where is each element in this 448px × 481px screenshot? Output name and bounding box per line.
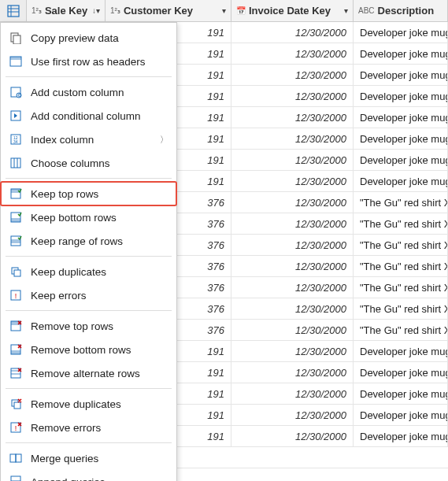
table-context-menu: Copy preview data Use first row as heade…: [0, 22, 177, 481]
remove-top-rows-icon: [9, 319, 23, 333]
cell-invoice-date-key: 12/30/2000: [231, 192, 354, 213]
column-header-customer-key[interactable]: 1²₃ Customer Key ▾: [106, 0, 231, 21]
cell-description: Developer joke mug: [354, 171, 448, 192]
text-type-icon: ABC: [358, 6, 375, 15]
menu-use-first-row-as-headers[interactable]: Use first row as headers: [1, 50, 176, 73]
cell-invoice-date-key: 12/30/2000: [231, 298, 354, 320]
append-queries-icon: [9, 475, 23, 481]
submenu-arrow-icon: 〉: [160, 134, 168, 146]
menu-label: Remove errors: [31, 422, 168, 434]
cell-invoice-date-key: 12/30/2000: [231, 171, 354, 192]
cell-invoice-date-key: 12/30/2000: [231, 65, 354, 86]
cell-description: Developer joke mug: [354, 43, 448, 65]
remove-duplicates-icon: [9, 397, 23, 411]
remove-bottom-rows-icon: [9, 342, 23, 357]
keep-range-rows-icon: [9, 234, 23, 248]
cell-description: Developer joke mug: [354, 107, 448, 128]
column-header-invoice-date-key[interactable]: 📅 Invoice Date Key ▾: [231, 0, 354, 21]
cell-description: Developer joke mug: [354, 86, 448, 107]
cell-invoice-date-key: 12/30/2000: [231, 43, 354, 65]
svg-rect-40: [16, 454, 21, 462]
svg-rect-36: [14, 402, 20, 409]
menu-keep-bottom-rows[interactable]: Keep bottom rows: [1, 205, 176, 229]
svg-text:!: !: [15, 424, 17, 432]
svg-text:⚙: ⚙: [17, 93, 21, 98]
remove-alternate-rows-icon: [9, 366, 23, 380]
menu-add-conditional-column[interactable]: Add conditional column: [1, 104, 176, 128]
menu-label: Add conditional column: [31, 110, 168, 122]
keep-duplicates-icon: [9, 265, 23, 279]
menu-separator: [6, 76, 172, 77]
column-header-sale-key[interactable]: 1²₃ Sale Key ↓▾: [27, 0, 106, 21]
cell-invoice-date-key: 12/30/2000: [231, 107, 354, 128]
menu-remove-bottom-rows[interactable]: Remove bottom rows: [1, 338, 176, 361]
cell-description: Developer joke mug: [354, 341, 448, 362]
svg-rect-34: [11, 373, 20, 375]
cell-invoice-date-key: 12/30/2000: [231, 256, 354, 277]
svg-rect-23: [11, 239, 20, 243]
cell-invoice-date-key: 12/30/2000: [231, 150, 354, 171]
cell-description: "The Gu" red shirt X: [354, 192, 448, 213]
menu-label: Append queries: [31, 476, 168, 482]
dropdown-icon[interactable]: ▾: [344, 6, 348, 15]
menu-label: Keep top rows: [31, 188, 168, 200]
column-label: Description: [378, 5, 435, 17]
menu-label: Index column: [31, 134, 152, 146]
sort-descending-icon[interactable]: ↓▾: [92, 6, 100, 15]
svg-text:34: 34: [13, 139, 18, 144]
cell-invoice-date-key: 12/30/2000: [231, 362, 354, 383]
menu-label: Copy preview data: [31, 32, 168, 44]
column-header-description[interactable]: ABC Description: [354, 0, 448, 21]
menu-label: Remove top rows: [31, 320, 168, 332]
menu-separator: [6, 310, 172, 311]
menu-choose-columns[interactable]: Choose columns: [1, 151, 176, 175]
table-corner-button[interactable]: [0, 0, 27, 21]
cell-invoice-date-key: 12/30/2000: [231, 426, 354, 447]
menu-index-column[interactable]: 1234 Index column 〉: [1, 128, 176, 151]
keep-bottom-rows-icon: [9, 210, 23, 224]
custom-column-icon: ⚙: [9, 85, 23, 99]
menu-separator: [6, 178, 172, 179]
keep-errors-icon: !: [9, 288, 23, 302]
svg-rect-21: [11, 218, 20, 222]
menu-add-custom-column[interactable]: ⚙ Add custom column: [1, 80, 176, 104]
headers-icon: [9, 54, 23, 68]
svg-rect-25: [14, 270, 20, 276]
date-type-icon: 📅: [236, 6, 246, 15]
menu-merge-queries[interactable]: Merge queries: [1, 446, 176, 470]
cell-description: Developer joke mug: [354, 383, 448, 405]
choose-columns-icon: [9, 156, 23, 170]
svg-rect-7: [10, 57, 21, 60]
cell-description: "The Gu" red shirt X: [354, 213, 448, 235]
svg-rect-5: [13, 35, 20, 44]
cell-description: Developer joke mug: [354, 150, 448, 171]
menu-separator: [6, 442, 172, 443]
menu-keep-top-rows[interactable]: Keep top rows: [1, 182, 176, 205]
cell-description: "The Gu" red shirt X: [354, 320, 448, 341]
menu-remove-top-rows[interactable]: Remove top rows: [1, 314, 176, 338]
number-type-icon: 1²₃: [31, 6, 42, 15]
menu-keep-duplicates[interactable]: Keep duplicates: [1, 260, 176, 283]
menu-label: Keep errors: [31, 290, 168, 302]
svg-rect-0: [8, 6, 19, 17]
menu-remove-duplicates[interactable]: Remove duplicates: [1, 392, 176, 416]
merge-queries-icon: [9, 451, 23, 465]
cell-description: Developer joke mug: [354, 362, 448, 383]
cell-invoice-date-key: 12/30/2000: [231, 213, 354, 235]
column-label: Customer Key: [124, 5, 193, 17]
dropdown-icon[interactable]: ▾: [222, 6, 226, 15]
menu-label: Keep duplicates: [31, 266, 168, 278]
cell-invoice-date-key: 12/30/2000: [231, 235, 354, 256]
menu-label: Keep range of rows: [31, 235, 168, 247]
menu-append-queries[interactable]: Append queries: [1, 470, 176, 481]
svg-rect-41: [11, 476, 20, 481]
menu-remove-errors[interactable]: ! Remove errors: [1, 416, 176, 439]
conditional-column-icon: [9, 109, 23, 123]
menu-keep-range-of-rows[interactable]: Keep range of rows: [1, 229, 176, 253]
cell-description: Developer joke mug: [354, 22, 448, 43]
menu-remove-alternate-rows[interactable]: Remove alternate rows: [1, 361, 176, 385]
column-label: Sale Key: [45, 5, 87, 17]
keep-top-rows-icon: [9, 187, 23, 201]
menu-copy-preview-data[interactable]: Copy preview data: [1, 26, 176, 50]
menu-keep-errors[interactable]: ! Keep errors: [1, 283, 176, 307]
